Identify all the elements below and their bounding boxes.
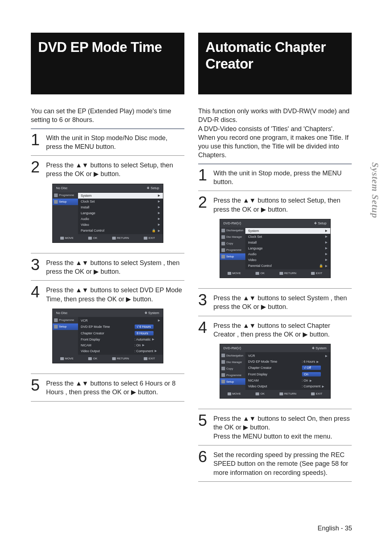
osd-header-right: ❖ Setup [314,221,326,225]
osd-row: Install▶ [78,204,163,210]
osd-side-item: Programme [53,317,78,323]
osd-row: Chapter Creator8 Hours [78,330,163,337]
lock-icon: 🔒 [319,264,323,268]
chevron-right-icon: ▶ [317,360,319,363]
step-text: Set the recording speed by pressing the … [213,450,352,477]
chevron-right-icon: ▶ [325,252,327,256]
divider [31,253,184,253]
osd-menu: System▶ Clock Set▶ Install▶ Language▶ Au… [78,192,163,234]
step-5: 5 Press the ▲▼ buttons to select 6 Hours… [31,378,184,397]
divider [31,155,184,156]
ok-icon [88,357,92,360]
section-title: Automatic Chapter Creator [205,39,344,72]
step-text: Press the ▲▼ buttons to select Chapter C… [213,321,352,339]
osd-footer-move: MOVE [60,357,74,360]
osd-footer-return: RETURN [279,392,296,395]
divider-thick [198,163,352,164]
osd-value: : On [302,379,308,382]
dpad-icon [60,357,64,360]
left-column: DVD EP Mode Time You can set the EP (Ext… [31,33,184,486]
osd-screenshot-setup: DVD-RW(V) ❖ Setup DiscNavigation Disc Ma… [220,219,331,278]
step-number: 5 [198,414,209,441]
osd-row: Audio▶ [245,251,330,257]
gear-icon [221,380,225,383]
dpad-icon [228,392,231,395]
right-column: Automatic Chapter Creator This function … [198,33,352,486]
return-icon [112,357,116,360]
osd-footer: MOVE OK RETURN EXIT [53,234,163,243]
footer-language: English - [318,525,343,532]
osd-row: NICAM: On▶ [245,378,330,383]
section-title: DVD EP Mode Time [38,39,162,56]
step-number: 6 [198,450,209,477]
chevron-right-icon: ▶ [325,235,327,238]
osd-row: Clock Set▶ [78,199,163,204]
osd-value: : Component [302,384,321,388]
osd-footer-ok: OK [88,357,97,360]
step-2: 2 Press the ▲▼ buttons to select Setup, … [198,195,352,214]
osd-option-selected: √ Off [302,366,321,370]
osd-row: Parental Control🔒 ▶ [78,228,163,233]
osd-header-left: No Disc [56,311,68,315]
divider [198,445,352,445]
osd-row: VCR▶ [245,353,330,359]
osd-screenshot-setup: No Disc ❖ Setup Programme Setup System▶ … [52,184,163,243]
chevron-right-icon: ▶ [158,217,160,220]
lock-icon: 🔒 [152,229,156,232]
step-text: Press the ▲▼ buttons to select Setup, th… [46,160,184,179]
ok-icon [88,237,92,240]
chevron-right-icon: ▶ [158,205,160,209]
osd-menu: VCR▶ DVD EP Mode Time: 6 Hours▶ Chapter … [245,352,330,390]
programme-icon [54,318,58,322]
divider [198,191,352,191]
divider [31,401,184,402]
osd-screenshot-system: DVD-RW(V) ❖ System DiscNavigation Disc M… [220,344,331,399]
osd-option-selected: √ 6 Hours [135,325,154,329]
return-icon [279,392,283,395]
osd-side-item-selected: Setup [53,323,78,330]
step-2: 2 Press the ▲▼ buttons to select Setup, … [31,160,184,179]
side-tab-label: System Setup [369,162,380,218]
copy-icon [221,367,225,370]
chevron-right-icon: ▶ [158,211,160,215]
osd-row: System▶ [78,193,163,199]
step-text: Press the ▲▼ buttons to select 6 Hours o… [46,378,184,397]
step-number: 2 [31,160,42,179]
osd-footer-move: MOVE [228,392,241,395]
chevron-right-icon: ▶ [158,229,160,232]
divider [198,288,352,289]
osd-side-item: Programme [220,372,245,378]
osd-footer: MOVE OK RETURN EXIT [53,355,163,363]
divider [198,316,352,316]
ok-icon [256,272,259,275]
step-number: 1 [31,133,42,151]
chevron-right-icon: ▶ [325,241,327,244]
step-text: Press the ▲▼ buttons to select System , … [46,258,184,276]
osd-side-item-selected: Setup [220,253,245,260]
chevron-right-icon: ▶ [322,385,324,388]
step-3: 3 Press the ▲▼ buttons to select System … [198,293,352,311]
programme-icon [221,373,225,377]
osd-footer: MOVE OK RETURN EXIT [220,390,330,398]
osd-row: Front Display: Automatic▶ [78,337,163,342]
intro-text: This function only works with DVD-RW(V m… [198,107,352,160]
osd-sidebar: Programme Setup [53,192,78,234]
chevron-right-icon: ▶ [158,319,160,322]
step-text: Press the ▲▼ buttons to select DVD EP Mo… [46,285,184,304]
osd-row: VCR▶ [78,318,163,323]
footer-page-number: 35 [345,525,352,532]
osd-side-item-selected: Setup [220,378,245,385]
step-5: 5 Press the ▲▼ buttons to select On, the… [198,414,352,441]
osd-row: Language▶ [78,210,163,216]
gear-icon [54,200,58,204]
chevron-right-icon: ▶ [158,223,160,226]
step-4: 4 Press the ▲▼ buttons to select DVD EP … [31,285,184,304]
osd-footer-ok: OK [256,272,265,275]
step-number: 5 [31,378,42,397]
chevron-right-icon: ▶ [325,229,327,232]
osd-side-item: Copy [220,365,245,372]
osd-value: : Component [135,349,154,353]
chevron-right-icon: ▶ [325,354,327,358]
osd-row: DVD EP Mode Time√ 6 Hours [78,323,163,330]
divider [198,409,352,409]
